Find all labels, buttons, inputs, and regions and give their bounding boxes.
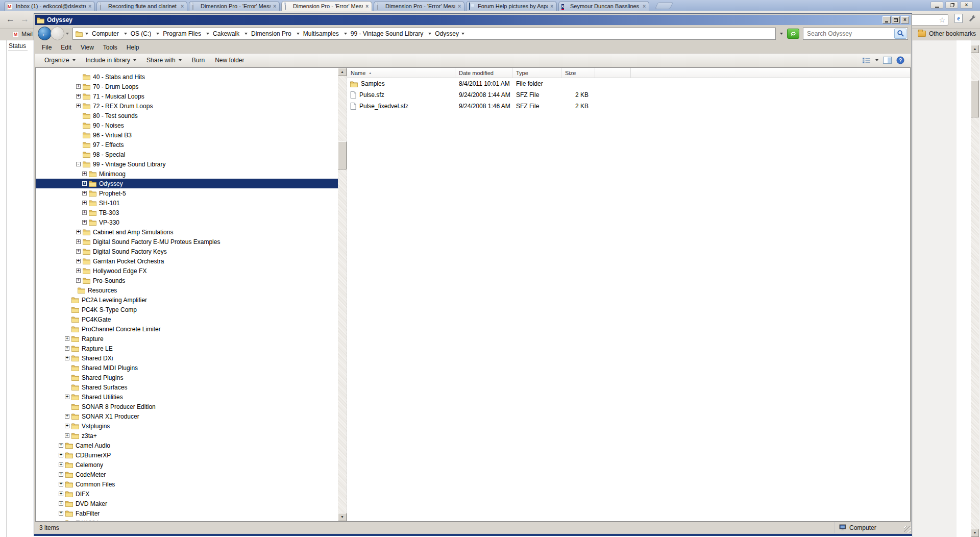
tree-expander-icon[interactable]	[82, 191, 87, 196]
tree-expander-icon[interactable]	[82, 220, 87, 225]
file-row[interactable]: Pulse.sfz 9/24/2008 1:44 AM SFZ File 2 K…	[347, 89, 910, 101]
omnibox[interactable]: ☆	[910, 14, 948, 26]
tree-item-label[interactable]: Cabinet and Amp Simulations	[93, 229, 173, 236]
tree-item[interactable]: 72 - REX Drum Loops	[36, 101, 338, 111]
tree-item-label[interactable]: 70 - Drum Loops	[93, 83, 138, 90]
tree-expander-icon[interactable]	[65, 336, 69, 341]
tree-item[interactable]: TB-303	[36, 208, 338, 217]
tree-item-label[interactable]: PC4KGate	[82, 316, 111, 323]
tree-item-label[interactable]: 99 - Vintage Sound Library	[93, 161, 166, 168]
tree-item-label[interactable]: Shared MIDI Plugins	[82, 364, 138, 372]
tree-expander-icon[interactable]	[65, 414, 69, 419]
file-name[interactable]: Pulse.sfz	[359, 91, 384, 99]
breadcrumb-segment[interactable]: Cakewalk	[204, 30, 242, 37]
column-header-type[interactable]: Type	[512, 68, 561, 78]
browser-tab[interactable]: M S Forum Help pictures by Aspar ×	[466, 1, 557, 11]
chevron-down-icon[interactable]	[428, 33, 431, 35]
column-header-date-modified[interactable]: Date modified	[455, 68, 512, 78]
tree-expander-icon[interactable]	[65, 395, 69, 399]
tree-expander-icon[interactable]	[76, 104, 81, 108]
tree-item-label[interactable]: Shared Utilities	[82, 394, 123, 401]
tree-item-label[interactable]: Minimoog	[99, 170, 126, 178]
file-name[interactable]: Pulse_fixedvel.sfz	[359, 103, 408, 110]
scroll-up-arrow[interactable]: ▲	[338, 68, 347, 76]
tree-expander-icon[interactable]	[59, 453, 63, 457]
tree-item-label[interactable]: Prophet-5	[99, 190, 126, 197]
tree-item[interactable]: Vstplugins	[36, 421, 338, 431]
tree-item[interactable]: SONAR 8 Producer Edition	[36, 402, 338, 411]
tree-item[interactable]: PC4KGate	[36, 314, 338, 324]
tree-item-label[interactable]: Common Files	[76, 481, 115, 488]
tree-item[interactable]: SH-101	[36, 198, 338, 208]
tree-item-label[interactable]: 98 - Special	[93, 151, 125, 158]
browser-tab[interactable]: M S Inbox (1) - edkocol@dslextre ×	[4, 1, 95, 11]
tree-item[interactable]: Digital Sound Factory E-MU Proteus Examp…	[36, 237, 338, 247]
column-header-size[interactable]: Size	[561, 68, 595, 78]
tree-item-label[interactable]: 72 - REX Drum Loops	[93, 103, 153, 110]
breadcrumb-segment[interactable]: OS (C:)	[121, 30, 154, 37]
chevron-down-icon[interactable]	[206, 33, 209, 35]
tree-item[interactable]: Prophet-5	[36, 188, 338, 198]
minimize-button[interactable]	[930, 2, 943, 9]
browser-tab[interactable]: M S Seymour Duncan Basslines SP ×	[558, 1, 649, 11]
tree-item[interactable]: 90 - Noises	[36, 120, 338, 130]
tree-item-label[interactable]: DIFX	[76, 491, 89, 498]
search-input[interactable]	[807, 30, 894, 37]
file-name-cell[interactable]: Samples	[347, 80, 455, 87]
tree-item-label[interactable]: Shared Surfaces	[82, 384, 127, 391]
tab-close-icon[interactable]: ×	[273, 4, 277, 9]
tree-item[interactable]: DIFX	[36, 489, 338, 499]
tree-item-label[interactable]: SONAR 8 Producer Edition	[82, 403, 156, 410]
tree-item-label[interactable]: PC4K S-Type Comp	[82, 306, 137, 313]
tree-item[interactable]: Shared Plugins	[36, 373, 338, 382]
browser-tab[interactable]: M S Dimension Pro - 'Error' Messag ×	[281, 1, 372, 11]
breadcrumb-segment[interactable]: Odyssey	[426, 30, 461, 37]
tree-item-label[interactable]: 97 - Effects	[93, 141, 124, 149]
tree-item[interactable]: 70 - Drum Loops	[36, 82, 338, 91]
tree-item-label[interactable]: TB-303	[99, 209, 119, 216]
chevron-down-icon[interactable]	[461, 33, 464, 35]
menu-item[interactable]: File	[37, 42, 56, 53]
tree-item[interactable]: Shared Surfaces	[36, 382, 338, 392]
breadcrumb-segment[interactable]: Computer	[83, 30, 121, 37]
file-row[interactable]: Samples 8/4/2011 10:01 AM File folder	[347, 78, 910, 89]
tab-close-icon[interactable]: ×	[180, 4, 184, 9]
chevron-down-icon[interactable]	[124, 33, 127, 35]
column-header-name[interactable]: Name ▲	[347, 68, 455, 78]
tree-item[interactable]: SONAR X1 Producer	[36, 411, 338, 421]
tab-close-icon[interactable]: ×	[365, 4, 369, 9]
tree-expander-icon[interactable]	[76, 84, 81, 89]
search-button[interactable]	[894, 29, 906, 39]
menu-item[interactable]: Help	[122, 42, 144, 53]
tree-item-label[interactable]: Digital Sound Factory Keys	[93, 248, 167, 255]
change-view-icon[interactable]	[862, 57, 871, 64]
tree-expander-icon[interactable]	[76, 278, 81, 283]
help-icon[interactable]: ?	[896, 56, 904, 64]
tree-item-label[interactable]: Shared DXi	[82, 355, 113, 362]
tree-item[interactable]: Shared DXi	[36, 353, 338, 363]
tree-item[interactable]: 71 - Musical Loops	[36, 91, 338, 101]
page-scrollbar[interactable]: ▲ ▼	[971, 45, 979, 537]
tab-close-icon[interactable]: ×	[550, 4, 554, 9]
chevron-down-icon[interactable]	[156, 33, 159, 35]
tree-item-label[interactable]: CodeMeter	[76, 471, 106, 478]
tree-item-label[interactable]: PC2A Leveling Amplifier	[82, 297, 147, 304]
close-button[interactable]: ×	[960, 2, 973, 9]
tree-expander-icon[interactable]	[76, 268, 81, 273]
tree-item[interactable]: Celemony	[36, 460, 338, 470]
tree-item[interactable]: 97 - Effects	[36, 140, 338, 150]
tree-item[interactable]: Minimoog	[36, 169, 338, 179]
browser-forward-button[interactable]: →	[20, 14, 29, 25]
tree-expander-icon[interactable]	[65, 424, 69, 428]
tree-expander-icon[interactable]	[65, 433, 69, 438]
breadcrumb-label[interactable]: Odyssey	[435, 30, 459, 37]
tree-item[interactable]: FabFilter	[36, 508, 338, 518]
bookmark-star-icon[interactable]: ☆	[939, 16, 945, 23]
maximize-button[interactable]	[892, 16, 900, 23]
close-button[interactable]: ×	[901, 16, 909, 23]
menu-item[interactable]: Edit	[56, 42, 76, 53]
tree-item-label[interactable]: CDBurnerXP	[76, 452, 111, 459]
browser-tab[interactable]: M S Recording flute and clarinet ×	[96, 1, 187, 11]
tree-item-label[interactable]: SH-101	[99, 200, 120, 207]
tree-item-label[interactable]: VP-330	[99, 219, 119, 226]
